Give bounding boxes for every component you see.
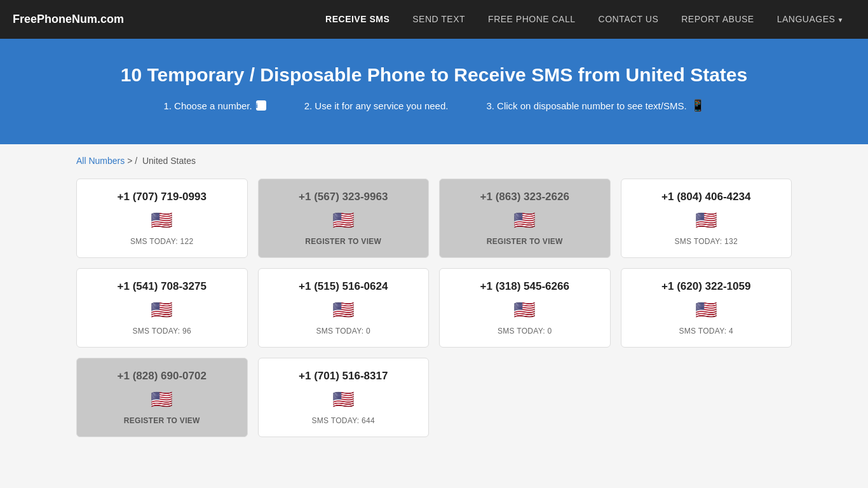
- phone-number: +1 (701) 516-8317: [266, 370, 421, 383]
- number-card[interactable]: +1 (707) 719-0993🇺🇸SMS TODAY: 122: [76, 179, 248, 258]
- number-card[interactable]: +1 (804) 406-4234🇺🇸SMS TODAY: 132: [621, 179, 792, 258]
- number-card[interactable]: +1 (515) 516-0624🇺🇸SMS TODAY: 0: [258, 268, 430, 348]
- nav-link-report-abuse[interactable]: REPORT ABUSE: [670, 0, 765, 39]
- nav-link-receive-sms[interactable]: RECEIVE SMS: [314, 0, 401, 39]
- breadcrumb-current: United States: [142, 156, 196, 166]
- sms-count: SMS TODAY: 122: [85, 237, 240, 246]
- number-card[interactable]: +1 (620) 322-1059🇺🇸SMS TODAY: 4: [621, 268, 792, 348]
- phone-number: +1 (863) 323-2626: [447, 191, 602, 203]
- phone-number: +1 (567) 323-9963: [266, 191, 421, 203]
- nav-link-free-phone-call[interactable]: FREE PHONE CALL: [477, 0, 587, 39]
- sms-count: SMS TODAY: 96: [85, 327, 240, 336]
- step-1: 1. Choose a number. i: [163, 98, 266, 112]
- sms-count: SMS TODAY: 132: [629, 237, 784, 246]
- nav-link-languages[interactable]: LANGUAGES: [766, 0, 855, 39]
- flag-icon: 🇺🇸: [447, 210, 602, 231]
- nav-links: RECEIVE SMSSEND TEXTFREE PHONE CALLCONTA…: [314, 0, 855, 39]
- register-label: REGISTER TO VIEW: [85, 416, 240, 425]
- breadcrumb: All Numbers > / United States: [0, 144, 868, 172]
- number-card[interactable]: +1 (701) 516-8317🇺🇸SMS TODAY: 644: [258, 358, 430, 437]
- flag-icon: 🇺🇸: [85, 299, 240, 320]
- phone-number: +1 (620) 322-1059: [629, 280, 784, 293]
- register-label: REGISTER TO VIEW: [447, 237, 602, 246]
- number-card[interactable]: +1 (318) 545-6266🇺🇸SMS TODAY: 0: [439, 268, 611, 348]
- sms-count: SMS TODAY: 644: [266, 416, 421, 425]
- flag-icon: 🇺🇸: [266, 299, 421, 320]
- phone-number: +1 (318) 545-6266: [447, 280, 602, 293]
- number-card: +1 (828) 690-0702🇺🇸REGISTER TO VIEW: [76, 358, 248, 437]
- flag-icon: 🇺🇸: [266, 210, 421, 231]
- flag-icon: 🇺🇸: [85, 389, 240, 410]
- flag-icon: 🇺🇸: [629, 210, 784, 231]
- info-icon: i: [256, 100, 266, 111]
- nav-link-send-text[interactable]: SEND TEXT: [401, 0, 477, 39]
- phone-number: +1 (707) 719-0993: [85, 191, 240, 203]
- number-card: +1 (567) 323-9963🇺🇸REGISTER TO VIEW: [258, 179, 430, 258]
- breadcrumb-separator: > /: [127, 156, 140, 166]
- phone-number: +1 (541) 708-3275: [85, 280, 240, 293]
- flag-icon: 🇺🇸: [447, 299, 602, 320]
- sms-count: SMS TODAY: 4: [629, 327, 784, 336]
- sms-count: SMS TODAY: 0: [447, 327, 602, 336]
- flag-icon: 🇺🇸: [266, 389, 421, 410]
- phone-icon: 📱: [691, 98, 705, 112]
- flag-icon: 🇺🇸: [629, 299, 784, 320]
- brand[interactable]: FreePhoneNum.com: [13, 13, 124, 26]
- flag-icon: 🇺🇸: [85, 210, 240, 231]
- phone-number: +1 (804) 406-4234: [629, 191, 784, 203]
- hero-title: 10 Temporary / Disposable Phone to Recei…: [13, 64, 855, 86]
- navbar: FreePhoneNum.com RECEIVE SMSSEND TEXTFRE…: [0, 0, 868, 39]
- sms-count: SMS TODAY: 0: [266, 327, 421, 336]
- breadcrumb-all-numbers[interactable]: All Numbers: [76, 156, 125, 166]
- register-label: REGISTER TO VIEW: [266, 237, 421, 246]
- nav-link-contact-us[interactable]: CONTACT US: [587, 0, 670, 39]
- phone-number: +1 (515) 516-0624: [266, 280, 421, 293]
- hero-steps: 1. Choose a number. i 2. Use it for any …: [13, 98, 855, 112]
- hero-section: 10 Temporary / Disposable Phone to Recei…: [0, 39, 868, 144]
- phone-number: +1 (828) 690-0702: [85, 370, 240, 383]
- numbers-grid: +1 (707) 719-0993🇺🇸SMS TODAY: 122+1 (567…: [0, 172, 868, 463]
- number-card: +1 (863) 323-2626🇺🇸REGISTER TO VIEW: [439, 179, 611, 258]
- step-3: 3. Click on disposable number to see tex…: [486, 98, 704, 112]
- number-card[interactable]: +1 (541) 708-3275🇺🇸SMS TODAY: 96: [76, 268, 248, 348]
- step-2: 2. Use it for any service you need.: [304, 98, 449, 112]
